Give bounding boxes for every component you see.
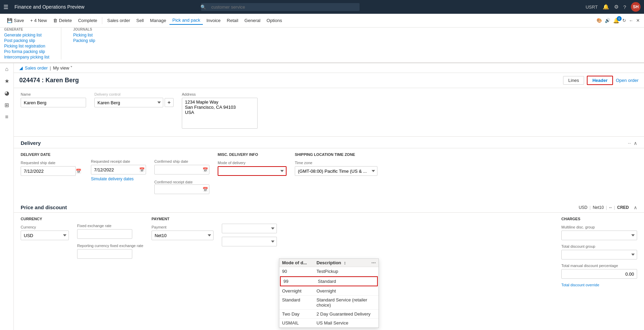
- complete-button[interactable]: Complete: [75, 17, 100, 24]
- confirmed-ship-date-input[interactable]: [154, 165, 209, 174]
- ribbon-generate-group: Generate Generate picking list Post pack…: [4, 28, 49, 60]
- payment-select[interactable]: Net10: [152, 231, 214, 240]
- req-receipt-date-wrap: 📅: [91, 165, 146, 174]
- req-receipt-calendar-icon[interactable]: 📅: [139, 167, 145, 172]
- exchange-rate-group: Fixed exchange rate Reporting currency f…: [77, 224, 143, 287]
- volume-icon[interactable]: 🔊: [605, 18, 610, 23]
- sales-order-breadcrumb[interactable]: Sales order: [25, 65, 48, 71]
- new-button[interactable]: + 4 New: [28, 17, 50, 24]
- currency-select[interactable]: USD: [21, 231, 69, 240]
- post-packing-slip-link[interactable]: Post packing slip: [4, 38, 49, 43]
- settings-icon[interactable]: ⚙: [614, 4, 619, 10]
- collapse-price-icon[interactable]: ∧: [634, 205, 637, 210]
- name-input[interactable]: [21, 98, 86, 107]
- time-zone-select[interactable]: (GMT-08:00) Pacific Time (US & ...: [295, 166, 377, 176]
- mode-delivery-label: Mode of delivery: [218, 161, 287, 165]
- confirmed-receipt-date-input[interactable]: [154, 184, 209, 194]
- total-discount-group-select[interactable]: [561, 250, 637, 259]
- pick-and-pack-button[interactable]: Pick and pack: [169, 16, 203, 25]
- requested-receipt-date-input[interactable]: [91, 165, 146, 174]
- header-button[interactable]: Header: [587, 76, 613, 85]
- dropdown-row-overnight[interactable]: Overnight Overnight: [279, 287, 378, 296]
- generate-picking-list-link[interactable]: Generate picking list: [4, 33, 49, 38]
- invoice-button[interactable]: Invoice: [204, 17, 223, 24]
- order-navigation: Lines Header Open order: [563, 76, 638, 85]
- close-icon[interactable]: ✕: [636, 18, 640, 23]
- dropdown-row-99[interactable]: 99 Standard: [280, 276, 378, 286]
- dropdown-options-icon[interactable]: ⋯: [371, 260, 376, 265]
- fixed-rate-input[interactable]: [77, 229, 132, 239]
- multiline-group-label: Multiline disc. group: [561, 225, 637, 229]
- manage-button[interactable]: Manage: [147, 17, 169, 24]
- sales-order-button[interactable]: Sales order: [104, 17, 133, 24]
- home-icon[interactable]: ⌂: [5, 66, 9, 72]
- confirmed-receipt-calendar-icon[interactable]: 📅: [202, 187, 208, 192]
- collapse-delivery-icon[interactable]: ∧: [634, 140, 637, 146]
- packing-slip-link[interactable]: Packing slip: [73, 38, 95, 43]
- d-select1[interactable]: [222, 224, 277, 233]
- search-icon: 🔍: [200, 4, 206, 10]
- general-button[interactable]: General: [242, 17, 263, 24]
- add-customer-button[interactable]: +: [165, 98, 174, 107]
- charges-group: CHARGES Multiline disc. group Total disc…: [561, 217, 637, 287]
- palette-icon[interactable]: 🎨: [596, 18, 602, 23]
- back-icon[interactable]: ←: [629, 18, 633, 23]
- mode-of-delivery-select[interactable]: [218, 166, 287, 176]
- sort-icon[interactable]: ↕: [344, 260, 346, 265]
- customer-select[interactable]: Karen Berg: [94, 98, 163, 107]
- lines-button[interactable]: Lines: [563, 76, 584, 85]
- fixed-rate-label: Fixed exchange rate: [77, 224, 143, 228]
- refresh-icon[interactable]: ↻: [622, 18, 626, 23]
- avatar[interactable]: SH: [631, 2, 641, 12]
- view-selector[interactable]: My view ˅: [53, 65, 73, 71]
- req-ship-calendar-icon[interactable]: 📅: [76, 169, 81, 174]
- reporting-rate-label: Reporting currency fixed exchange rate: [77, 244, 143, 248]
- retail-button[interactable]: Retail: [224, 17, 241, 24]
- delivery-date-label: DELIVERY DATE: [21, 152, 83, 157]
- price-section-title: Price and discount: [21, 204, 67, 210]
- address-textarea[interactable]: 1234 Maple Way San Francisco, CA 94103 U…: [182, 98, 258, 129]
- intercompany-picking-list-link[interactable]: Intercompany picking list: [4, 55, 49, 60]
- search-input[interactable]: [201, 3, 360, 11]
- open-order-link[interactable]: Open order: [616, 78, 638, 83]
- delete-button[interactable]: 🗑 Delete: [50, 17, 75, 24]
- picking-list-link[interactable]: Picking list: [73, 33, 95, 38]
- shipping-tz-label: SHIPPING LOCATION TIME ZONE: [295, 152, 377, 157]
- help-icon[interactable]: ?: [623, 4, 626, 10]
- dropdown-row-twoday[interactable]: Two Day 2 Day Guaranteed Delivery: [279, 310, 378, 319]
- notification-badge[interactable]: 🔔 0: [613, 18, 620, 24]
- dropdown-col2-header: Description ↕: [316, 260, 371, 265]
- list-icon[interactable]: ≡: [5, 114, 8, 120]
- confirmed-ship-calendar-icon[interactable]: 📅: [202, 167, 208, 172]
- ribbon-journals-group: Journals Picking list Packing slip: [73, 28, 95, 60]
- currency-group: CURRENCY Currency USD: [21, 217, 69, 287]
- reporting-rate-input[interactable]: [77, 249, 132, 259]
- breadcrumb: ◢ Sales order | My view ˅: [14, 63, 644, 73]
- picking-list-registration-link[interactable]: Picking list registration: [4, 44, 49, 49]
- d-select2[interactable]: [222, 237, 277, 246]
- dropdown-row-90[interactable]: 90 TestPickup: [279, 267, 378, 276]
- multiline-group-select[interactable]: [561, 231, 637, 240]
- req-ship-label: Requested ship date: [21, 161, 83, 165]
- requested-ship-date-input[interactable]: [21, 166, 76, 176]
- top-nav-right: USRT 🔔 ⚙ ? SH: [585, 2, 641, 12]
- total-manual-discount-input[interactable]: [561, 269, 637, 279]
- grid-icon[interactable]: ⊞: [4, 102, 9, 108]
- dash-label: --: [628, 140, 631, 146]
- star-icon[interactable]: ★: [4, 78, 9, 84]
- dropdown-row-standard[interactable]: Standard Standard Service (retailer choi…: [279, 296, 378, 310]
- breadcrumb-separator: |: [50, 65, 51, 71]
- save-button[interactable]: 💾 Save: [4, 17, 27, 24]
- bell-icon[interactable]: 🔔: [603, 4, 609, 10]
- filter-icon[interactable]: ◢: [19, 65, 23, 71]
- clock-icon[interactable]: ◕: [4, 90, 9, 96]
- sell-button[interactable]: Sell: [134, 17, 147, 24]
- hamburger-icon[interactable]: ☰: [3, 4, 8, 10]
- pro-forma-packing-slip-link[interactable]: Pro forma packing slip: [4, 49, 49, 54]
- options-button[interactable]: Options: [264, 17, 285, 24]
- status-usd: USD: [579, 205, 587, 210]
- dropdown-row-usmail[interactable]: USMAIL US Mail Service: [279, 319, 378, 328]
- misc-label: MISC. DELIVERY INFO: [218, 152, 287, 157]
- left-sidebar: ⌂ ★ ◕ ⊞ ≡: [0, 63, 14, 330]
- simulate-dates-link[interactable]: Simulate delivery dates: [91, 177, 146, 181]
